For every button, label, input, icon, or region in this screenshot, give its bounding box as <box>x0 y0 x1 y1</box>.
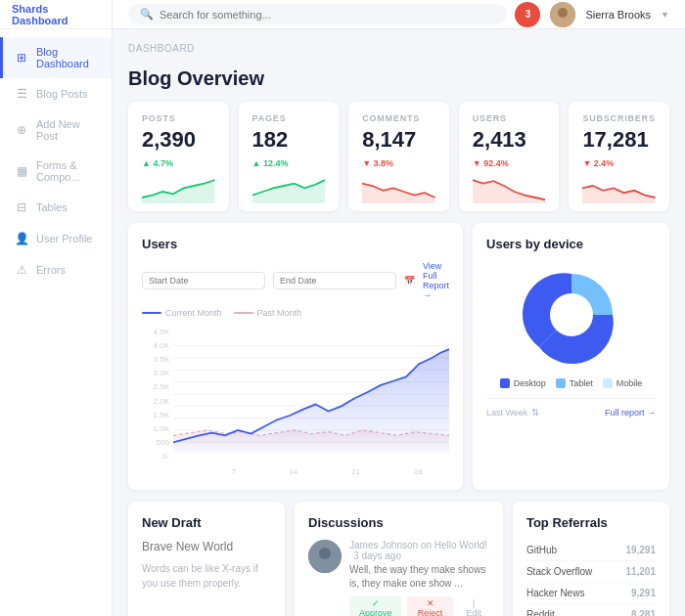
svg-point-15 <box>319 548 331 559</box>
stat-change-users: ▼ 92.4% <box>473 158 546 168</box>
approve-button-1[interactable]: ✓ Approve <box>349 596 401 616</box>
legend-current-month: Current Month <box>142 308 222 318</box>
sidebar-item-blog-posts[interactable]: ☰ Blog Posts <box>0 78 112 110</box>
mobile-label: Mobile <box>616 378 643 388</box>
sidebar-item-errors[interactable]: ⚠ Errors <box>0 254 112 286</box>
content-area: DASHBOARD Blog Overview POSTS 2,390 ▲ 4.… <box>113 29 685 616</box>
referral-item: GitHub 19,291 <box>526 540 656 561</box>
search-input[interactable] <box>160 9 316 21</box>
desktop-label: Desktop <box>514 378 546 388</box>
user-name: Sierra Brooks <box>585 9 651 21</box>
referral-item: Hacker News 9,291 <box>526 583 656 604</box>
sidebar-item-label: Forms & Compo... <box>36 159 100 183</box>
app-logo: Shards Dashboard <box>0 0 112 29</box>
sidebar-item-label: Blog Posts <box>36 88 88 100</box>
sparkline-comments <box>362 174 435 203</box>
sidebar-item-label: Add New Post <box>36 118 100 142</box>
current-month-dot <box>142 312 161 314</box>
alert-icon: ⚠ <box>15 263 28 277</box>
pie-legend-mobile: Mobile <box>603 378 643 388</box>
draft-title-input[interactable] <box>142 540 271 553</box>
page-title: Blog Overview <box>128 67 669 90</box>
discussion-actions-1: ✓ Approve ✕ Reject | Edit <box>349 596 489 616</box>
sidebar-item-user-profile[interactable]: 👤 User Profile <box>0 223 112 254</box>
sparkline-users <box>473 174 546 203</box>
chart-controls: 📅 View Full Report → <box>142 261 449 300</box>
users-chart-title: Users <box>142 237 449 251</box>
pie-legend-tablet: Tablet <box>556 378 593 388</box>
sparkline-pages <box>252 174 326 203</box>
sidebar-item-add-new-post[interactable]: ⊕ Add New Post <box>0 110 112 151</box>
topbar-right: 3 Sierra Brooks ▼ <box>515 2 669 27</box>
referral-name: Hacker News <box>526 588 584 598</box>
stat-change-subscribers: ▼ 2.4% <box>582 158 656 168</box>
referral-count: 19,291 <box>625 545 656 555</box>
referral-count: 9,291 <box>631 588 656 598</box>
search-icon: 🔍 <box>140 8 154 21</box>
svg-point-13 <box>550 293 593 336</box>
referrals-list: GitHub 19,291 Stack Overflow 11,201 Hack… <box>526 540 656 616</box>
past-month-dot <box>234 312 253 314</box>
chevron-up-down-icon: ⇅ <box>531 407 539 418</box>
referral-name: Stack Overflow <box>526 566 592 577</box>
sidebar-item-forms-components[interactable]: ▦ Forms & Compo... <box>0 151 112 192</box>
table-icon: ⊟ <box>15 200 28 214</box>
view-report-link[interactable]: View Full Report → <box>423 261 449 300</box>
legend-past-month: Past Month <box>234 308 302 318</box>
end-date-input[interactable] <box>273 272 396 289</box>
tablet-label: Tablet <box>570 378 593 388</box>
x-axis-labels: 7142128 <box>173 467 449 476</box>
stat-card-pages: PAGES 182 ▲ 12.4% <box>239 102 340 211</box>
stat-change-posts: ▲ 4.7% <box>142 158 215 168</box>
pie-legend-desktop: Desktop <box>500 378 546 388</box>
sparkline-subscribers <box>582 174 656 203</box>
referral-count: 11,201 <box>625 566 656 577</box>
stat-label-pages: PAGES <box>252 113 326 123</box>
start-date-input[interactable] <box>142 272 265 289</box>
period-label: Last Week <box>486 408 527 418</box>
period-selector[interactable]: Last Week ⇅ <box>486 407 539 418</box>
referral-item: Stack Overflow 11,201 <box>526 561 656 583</box>
referral-name: GitHub <box>526 545 557 555</box>
notification-badge[interactable]: 3 <box>515 2 540 27</box>
pie-chart-svg <box>518 261 625 369</box>
sidebar-item-blog-dashboard[interactable]: ⊞ Blog Dashboard <box>0 37 112 78</box>
stat-change-comments: ▼ 3.8% <box>362 158 435 168</box>
layout-icon: ▦ <box>15 164 28 178</box>
devices-chart-title: Users by device <box>486 237 656 251</box>
discussion-item: James Johnson on Hello World! 3 days ago… <box>308 540 489 616</box>
sidebar: Shards Dashboard ⊞ Blog Dashboard ☰ Blog… <box>0 0 113 616</box>
breadcrumb: DASHBOARD <box>128 43 669 54</box>
sidebar-nav: ⊞ Blog Dashboard ☰ Blog Posts ⊕ Add New … <box>0 29 112 286</box>
sidebar-item-label: Blog Dashboard <box>36 46 100 69</box>
y-axis-labels: 4.5K4.0K3.5K3.0K 2.5K2.0K1.5K1.0K 5000- <box>142 326 169 462</box>
new-draft-card: New Draft Words can be like X-rays if yo… <box>128 502 285 616</box>
devices-chart-card: Users by device Desktop <box>473 223 669 490</box>
referral-name: Reddit <box>526 609 555 616</box>
stat-value-pages: 182 <box>252 127 326 153</box>
search-bar[interactable]: 🔍 <box>128 4 507 24</box>
users-chart-card: Users 📅 View Full Report → Current Month… <box>128 223 463 490</box>
reject-button-1[interactable]: ✕ Reject <box>407 596 452 616</box>
charts-row: Users 📅 View Full Report → Current Month… <box>128 223 669 490</box>
plus-circle-icon: ⊕ <box>15 123 28 137</box>
stat-label-subscribers: SUBSCRIBERS <box>582 113 656 123</box>
discussion-avatar-1 <box>308 540 342 573</box>
chart-svg-wrapper: 7142128 <box>173 326 449 476</box>
chart-legend: Current Month Past Month <box>142 308 449 318</box>
calendar-icon: 📅 <box>404 276 415 286</box>
discussion-content-1: James Johnson on Hello World! 3 days ago… <box>349 540 489 616</box>
desktop-dot <box>500 378 510 388</box>
stat-label-users: USERS <box>473 113 546 123</box>
sidebar-item-tables[interactable]: ⊟ Tables <box>0 192 112 223</box>
stat-card-subscribers: SUBSCRIBERS 17,281 ▼ 2.4% <box>569 102 669 211</box>
new-draft-title: New Draft <box>142 515 271 530</box>
file-icon: ☰ <box>15 87 28 101</box>
full-report-link[interactable]: Full report → <box>605 408 656 418</box>
stat-value-comments: 8,147 <box>362 127 435 153</box>
user-dropdown-arrow[interactable]: ▼ <box>661 10 669 20</box>
notification-icon[interactable]: 3 <box>515 2 540 27</box>
avatar <box>550 2 575 27</box>
top-referrals-card: Top Referrals GitHub 19,291 Stack Overfl… <box>513 502 669 616</box>
edit-button-1[interactable]: | Edit <box>459 596 489 616</box>
